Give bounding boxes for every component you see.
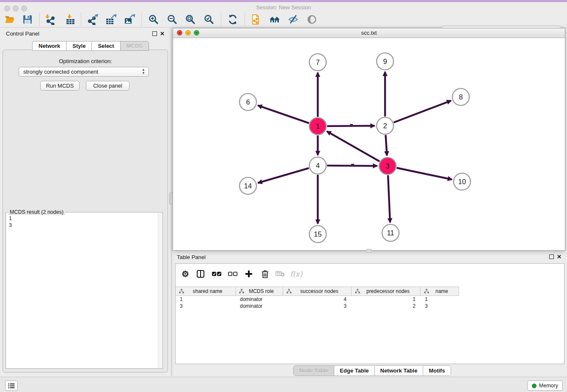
- graph-node-9[interactable]: 9: [377, 53, 394, 70]
- edge-3-1[interactable]: [327, 131, 380, 161]
- graph-node-8[interactable]: 8: [452, 88, 469, 105]
- network-graph-canvas[interactable]: 7968124314101511: [173, 38, 565, 250]
- edge-2-3[interactable]: [385, 135, 387, 156]
- delete-table-icon[interactable]: [274, 268, 286, 280]
- graph-node-7[interactable]: 7: [309, 54, 326, 71]
- column-header-shared-name[interactable]: shared name: [176, 287, 236, 295]
- network-window-titlebar[interactable]: ✕ − + scc.txt: [173, 28, 565, 38]
- cell[interactable]: 1: [421, 296, 459, 303]
- network-window-title: scc.txt: [173, 30, 565, 36]
- hide-selected-icon[interactable]: [287, 13, 300, 26]
- cell[interactable]: 3: [176, 303, 236, 309]
- chevron-up-down-icon: ▲▼: [142, 68, 145, 75]
- select-all-icon[interactable]: [210, 268, 223, 280]
- add-column-icon[interactable]: [242, 268, 255, 280]
- edge-4-3[interactable]: [327, 166, 377, 166]
- table-row[interactable]: 3dominator323: [176, 303, 459, 309]
- app-titlebar[interactable]: Session: New Session: [0, 2, 567, 12]
- export-network-icon[interactable]: [86, 13, 99, 26]
- network-view-window[interactable]: ✕ − + scc.txt 7968124314101511: [173, 28, 565, 251]
- horizontal-splitter-grip[interactable]: [366, 249, 372, 253]
- optimization-criterion-dropdown[interactable]: strongly connected component ▲▼: [19, 67, 149, 77]
- dropdown-value: strongly connected component: [23, 69, 98, 75]
- edge-1-6[interactable]: [258, 105, 309, 123]
- close-panel-icon[interactable]: ✕: [557, 254, 561, 259]
- show-all-icon[interactable]: [306, 13, 318, 26]
- zoom-out-icon[interactable]: [166, 13, 179, 26]
- svg-text:4: 4: [316, 162, 319, 169]
- tab-style[interactable]: Style: [66, 41, 91, 51]
- float-panel-icon[interactable]: [549, 254, 554, 259]
- gear-icon[interactable]: ⚙: [179, 268, 192, 280]
- cell[interactable]: 3: [421, 303, 459, 309]
- tab-mcds[interactable]: MCDS: [120, 41, 149, 51]
- close-panel-button[interactable]: Close panel: [86, 81, 129, 91]
- control-panel-window-buttons: ✕: [152, 31, 165, 36]
- cell[interactable]: 4: [283, 296, 352, 303]
- graph-node-3[interactable]: 3: [379, 157, 396, 174]
- edge-3-11[interactable]: [388, 175, 390, 223]
- run-mcds-button[interactable]: Run MCDS: [40, 81, 80, 91]
- tab-network-table[interactable]: Network Table: [375, 366, 424, 375]
- memory-status-icon: [532, 384, 537, 388]
- tab-network[interactable]: Network: [32, 41, 66, 51]
- tab-select[interactable]: Select: [91, 41, 120, 51]
- mcds-result-text[interactable]: 1 3: [6, 214, 160, 367]
- import-table-icon[interactable]: [64, 13, 77, 26]
- import-network-icon[interactable]: [44, 13, 57, 26]
- cell[interactable]: 2: [352, 303, 421, 309]
- edge-4-14[interactable]: [258, 168, 309, 183]
- graph-node-6[interactable]: 6: [239, 94, 256, 110]
- new-network-from-selection-icon[interactable]: [250, 13, 262, 26]
- close-panel-icon[interactable]: ✕: [160, 31, 165, 36]
- open-session-icon[interactable]: [3, 13, 16, 26]
- zoom-fit-icon[interactable]: [184, 13, 197, 26]
- column-header-predecessor-nodes[interactable]: predecessor nodes: [352, 287, 421, 295]
- graph-node-2[interactable]: 2: [377, 117, 394, 134]
- deselect-all-icon[interactable]: [226, 268, 239, 280]
- graph-node-11[interactable]: 11: [382, 224, 399, 241]
- svg-text:2: 2: [383, 122, 387, 130]
- delete-column-icon[interactable]: [259, 268, 271, 280]
- cell[interactable]: 1: [176, 296, 236, 303]
- edge-1-2[interactable]: [327, 126, 375, 126]
- graph-node-14[interactable]: 14: [239, 177, 256, 194]
- cell[interactable]: 3: [283, 303, 352, 309]
- zoom-selected-icon[interactable]: [203, 13, 215, 26]
- column-view-icon[interactable]: [194, 268, 207, 280]
- tab-node-table[interactable]: Node Table: [294, 366, 334, 375]
- control-panel-tabs: NetworkStyleSelectMCDS: [32, 41, 149, 51]
- save-session-icon[interactable]: [21, 13, 34, 26]
- edge-2-8[interactable]: [394, 101, 451, 122]
- zoom-in-icon[interactable]: [147, 13, 160, 26]
- float-panel-icon[interactable]: [152, 31, 157, 36]
- export-table-icon[interactable]: [105, 13, 117, 26]
- function-builder-icon[interactable]: f(x): [290, 268, 303, 280]
- cell[interactable]: dominator: [236, 303, 283, 309]
- tab-motifs[interactable]: Motifs: [423, 366, 450, 375]
- graph-node-1[interactable]: 1: [309, 118, 326, 135]
- result-scrollbar[interactable]: [158, 213, 162, 368]
- tab-edge-table[interactable]: Edge Table: [334, 366, 374, 375]
- graph-node-10[interactable]: 10: [454, 173, 471, 190]
- graph-node-15[interactable]: 15: [309, 226, 326, 243]
- export-image-icon[interactable]: [123, 13, 136, 26]
- svg-text:15: 15: [314, 230, 322, 238]
- cell[interactable]: dominator: [236, 296, 283, 303]
- control-panel-title: Control Panel: [6, 30, 39, 37]
- column-header-successor-nodes[interactable]: successor nodes: [283, 287, 352, 295]
- svg-text:6: 6: [246, 98, 250, 106]
- edge-3-10[interactable]: [397, 168, 452, 179]
- memory-button[interactable]: Memory: [527, 381, 563, 391]
- cell[interactable]: 1: [352, 296, 421, 303]
- first-neighbors-icon[interactable]: [268, 13, 281, 26]
- refresh-icon[interactable]: [226, 13, 239, 26]
- list-icon: [8, 383, 15, 389]
- table-row[interactable]: 1dominator411: [176, 296, 459, 303]
- task-history-button[interactable]: [5, 381, 18, 391]
- app-title: Session: New Session: [0, 4, 567, 11]
- table-header-row: shared nameMCDS rolesuccessor nodesprede…: [176, 287, 459, 296]
- column-header-name[interactable]: name: [421, 287, 459, 295]
- column-header-MCDS-role[interactable]: MCDS role: [236, 287, 283, 295]
- graph-node-4[interactable]: 4: [309, 157, 326, 174]
